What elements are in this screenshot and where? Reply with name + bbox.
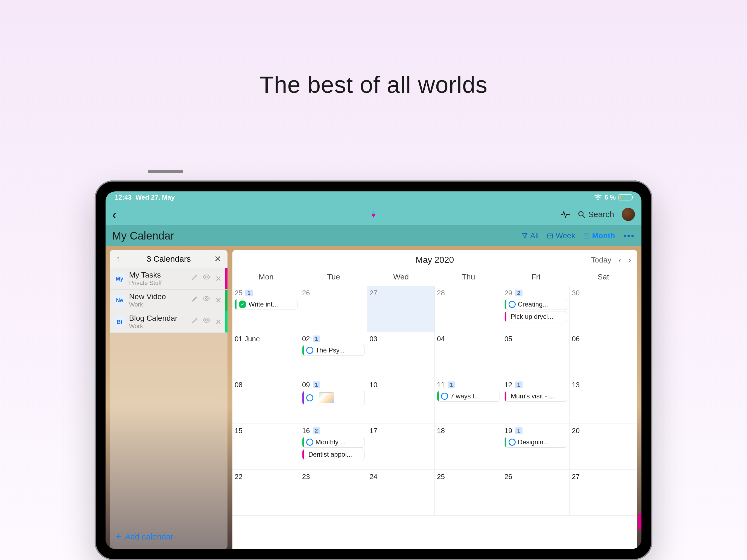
- plus-icon: +: [115, 531, 121, 542]
- day-number: 17: [369, 427, 432, 435]
- day-number: 021: [302, 335, 365, 343]
- day-number: 03: [369, 335, 432, 343]
- day-cell[interactable]: 04: [435, 332, 502, 378]
- day-cell[interactable]: 24: [367, 470, 435, 516]
- more-button[interactable]: •••: [623, 231, 635, 241]
- circle-icon: [306, 394, 313, 401]
- event-pill[interactable]: Dentist appoi...: [302, 449, 365, 460]
- today-button[interactable]: Today: [591, 256, 611, 264]
- day-cell[interactable]: 01 June: [232, 332, 300, 378]
- avatar[interactable]: [622, 208, 635, 221]
- day-cell[interactable]: 292Creating...Pick up drycl...: [502, 286, 570, 332]
- eye-icon[interactable]: [203, 274, 210, 283]
- calendar-name: My Tasks: [129, 271, 187, 279]
- day-cell[interactable]: 121Mum's visit - ...: [502, 378, 570, 424]
- svg-rect-5: [584, 234, 589, 238]
- day-cell[interactable]: 26: [300, 286, 367, 332]
- filter-all-button[interactable]: All: [521, 231, 539, 240]
- day-cell[interactable]: 26: [502, 470, 570, 516]
- event-pill[interactable]: The Psy...: [302, 345, 365, 356]
- day-cell[interactable]: 03: [367, 332, 435, 378]
- device-power-button: [148, 170, 183, 173]
- day-cell[interactable]: 17: [367, 424, 435, 470]
- eye-icon[interactable]: [203, 317, 210, 327]
- day-cell[interactable]: 06: [570, 332, 637, 378]
- calendar-color: [225, 289, 228, 311]
- day-cell[interactable]: 021The Psy...: [300, 332, 367, 378]
- remove-icon[interactable]: ✕: [215, 317, 222, 327]
- sidebar-close-button[interactable]: ✕: [214, 254, 222, 264]
- circle-icon: [509, 439, 516, 446]
- event-text: 7 ways t...: [450, 392, 480, 400]
- day-number: 15: [235, 427, 298, 435]
- remove-icon[interactable]: ✕: [215, 274, 222, 283]
- day-count-badge: 2: [313, 427, 320, 434]
- brush-icon[interactable]: [191, 274, 198, 283]
- day-cell[interactable]: 162Monthly ...Dentist appoi...: [300, 424, 367, 470]
- event-pill[interactable]: Creating...: [505, 299, 567, 310]
- status-date: Wed 27. May: [135, 194, 175, 201]
- day-cell[interactable]: 091: [300, 378, 367, 424]
- event-text: Write int...: [249, 301, 278, 308]
- day-cell[interactable]: 20: [570, 424, 637, 470]
- day-number: 251: [235, 289, 298, 297]
- event-pill[interactable]: [302, 391, 365, 405]
- day-cell[interactable]: 30: [570, 286, 637, 332]
- event-pill[interactable]: Pick up drycl...: [505, 311, 567, 322]
- eye-icon[interactable]: [203, 296, 210, 305]
- day-cell[interactable]: 27: [570, 470, 637, 516]
- day-cell[interactable]: 22: [232, 470, 300, 516]
- sidebar-collapse-button[interactable]: ↑: [116, 254, 120, 264]
- next-month-button[interactable]: ›: [628, 255, 631, 265]
- day-number: 23: [302, 473, 365, 481]
- day-cell[interactable]: 1117 ways t...: [435, 378, 502, 424]
- day-cell[interactable]: 05: [502, 332, 570, 378]
- weekday-label: Wed: [367, 273, 435, 281]
- calendar-item[interactable]: Ne New Video Work ✕: [110, 289, 228, 311]
- day-cell[interactable]: 10: [367, 378, 435, 424]
- event-pill[interactable]: Monthly ...: [302, 437, 365, 448]
- nav-bar: ‹ Search: [106, 203, 641, 225]
- sidebar: ↑ 3 Calendars ✕ My My Tasks Private Stuf…: [110, 250, 228, 549]
- calendar-item[interactable]: Bl Blog Calendar Work ✕: [110, 311, 228, 333]
- day-cell[interactable]: 18: [435, 424, 502, 470]
- activity-icon[interactable]: [561, 211, 570, 218]
- event-pill[interactable]: Designin...: [505, 437, 567, 448]
- weekday-label: Tue: [300, 273, 367, 281]
- svg-point-8: [206, 298, 208, 299]
- day-cell[interactable]: 191Designin...: [502, 424, 570, 470]
- page-title: My Calendar: [112, 230, 174, 242]
- day-cell[interactable]: 13: [570, 378, 637, 424]
- day-cell[interactable]: 251✓Write int...: [232, 286, 300, 332]
- day-cell[interactable]: 15: [232, 424, 300, 470]
- day-cell[interactable]: 27: [367, 286, 435, 332]
- brush-icon[interactable]: [191, 296, 198, 305]
- event-pill[interactable]: ✓Write int...: [235, 299, 298, 310]
- calendar-color: [225, 268, 228, 289]
- search-button[interactable]: Search: [578, 210, 614, 219]
- search-icon: [578, 210, 585, 218]
- day-cell[interactable]: 28: [435, 286, 502, 332]
- brush-icon[interactable]: [191, 317, 198, 327]
- tab-nub[interactable]: [638, 513, 641, 530]
- day-number: 30: [572, 289, 635, 297]
- headline: The best of all worlds: [0, 0, 747, 98]
- day-cell[interactable]: 08: [232, 378, 300, 424]
- prev-month-button[interactable]: ‹: [618, 255, 621, 265]
- back-button[interactable]: ‹: [112, 207, 125, 222]
- event-pill[interactable]: Mum's visit - ...: [505, 391, 567, 402]
- event-pill[interactable]: 7 ways t...: [437, 391, 500, 402]
- day-cell[interactable]: 25: [435, 470, 502, 516]
- view-week-button[interactable]: 7 Week: [547, 231, 575, 240]
- calendar-grid[interactable]: 251✓Write int...262728292Creating...Pick…: [232, 286, 637, 516]
- calendar-item[interactable]: My My Tasks Private Stuff ✕: [110, 268, 228, 289]
- day-number: 26: [302, 289, 365, 297]
- battery-icon: [618, 195, 632, 200]
- day-number: 18: [437, 427, 500, 435]
- add-calendar-button[interactable]: + Add calendar: [110, 525, 228, 549]
- remove-icon[interactable]: ✕: [215, 296, 222, 305]
- day-number: 26: [505, 473, 567, 481]
- day-cell[interactable]: 23: [300, 470, 367, 516]
- circle-icon: [306, 347, 313, 354]
- view-month-button[interactable]: Month: [583, 231, 615, 240]
